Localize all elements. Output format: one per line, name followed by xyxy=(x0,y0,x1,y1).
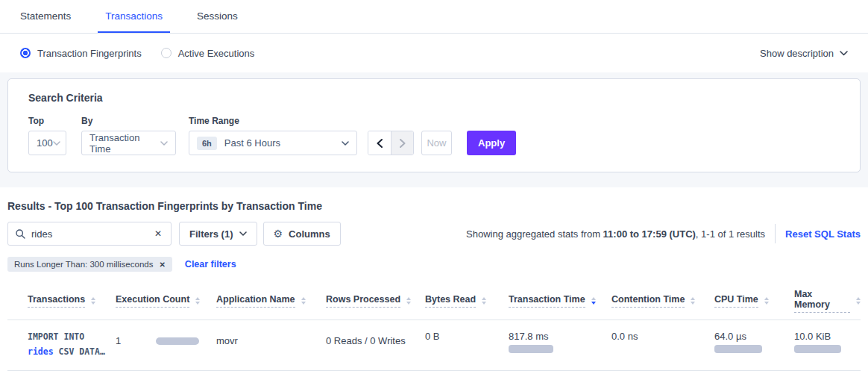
sort-icon[interactable] xyxy=(482,297,486,305)
tab-transactions[interactable]: Transactions xyxy=(98,0,170,33)
radio-unselected-icon[interactable] xyxy=(161,48,172,58)
sort-icon-active-desc[interactable] xyxy=(591,297,596,305)
results-heading: Results - Top 100 Transaction Fingerprin… xyxy=(7,200,861,212)
column-header-bytes-read[interactable]: Bytes Read xyxy=(425,294,509,308)
column-header-rows-processed[interactable]: Rows Processed xyxy=(326,294,425,308)
column-header-application-name[interactable]: Application Name xyxy=(216,294,326,308)
sort-icon[interactable] xyxy=(691,297,695,305)
sort-icon[interactable] xyxy=(406,297,411,305)
column-header-cpu-time[interactable]: CPU Time xyxy=(714,294,794,308)
radio-selected-icon[interactable] xyxy=(20,48,31,58)
radio-label: Transaction Fingerprints xyxy=(37,48,142,59)
next-time-range-button[interactable] xyxy=(391,131,413,155)
top-select-value: 100 xyxy=(37,137,53,149)
column-header-label: Bytes Read xyxy=(425,294,476,308)
results-toolbar: ✕ Filters (1) ⚙ Columns Showing aggregat… xyxy=(7,222,861,246)
now-button[interactable]: Now xyxy=(421,131,452,155)
clear-filters-link[interactable]: Clear filters xyxy=(185,259,236,269)
radio-label: Active Executions xyxy=(178,48,255,59)
execution-count-value: 1 xyxy=(116,335,121,346)
transactions-table: Transactions Execution Count Application… xyxy=(7,281,861,371)
column-header-label: Contention Time xyxy=(611,294,685,308)
sort-icon[interactable] xyxy=(856,297,861,305)
sort-icon[interactable] xyxy=(91,297,95,305)
reset-sql-stats-link[interactable]: Reset SQL Stats xyxy=(785,228,861,240)
cell-max-memory: 10.0 KiB xyxy=(794,329,861,370)
cell-transaction-time: 817.8 ms xyxy=(509,329,611,370)
search-input[interactable] xyxy=(31,228,153,240)
cell-application-name: movr xyxy=(216,329,326,370)
chevron-right-icon xyxy=(400,139,406,148)
search-criteria-panel: Search Criteria Top 100 By Transaction T… xyxy=(7,78,861,172)
chevron-down-icon xyxy=(342,141,349,146)
column-header-max-memory[interactable]: Max Memory xyxy=(794,289,861,313)
stats-suffix: , 1-1 of 1 results xyxy=(696,228,765,240)
cell-cpu-time: 64.0 µs xyxy=(714,329,794,370)
time-range-value: Past 6 Hours xyxy=(224,137,342,149)
stats-time-range: 11:00 to 17:59 (UTC) xyxy=(603,228,696,240)
filter-chip-label: Runs Longer Than: 300 milliseconds xyxy=(14,260,153,269)
column-header-contention-time[interactable]: Contention Time xyxy=(611,294,714,308)
cell-execution-count: 1 xyxy=(116,329,216,370)
page-tabs: Statements Transactions Sessions xyxy=(0,0,868,34)
chevron-down-icon xyxy=(53,141,60,146)
transaction-statement-rest: CSV DATA… xyxy=(54,346,105,357)
by-select-value: Transaction Time xyxy=(89,132,160,155)
chevron-down-icon xyxy=(840,51,848,56)
tab-sessions[interactable]: Sessions xyxy=(189,0,245,33)
toolbar-divider xyxy=(775,224,776,243)
cell-rows-processed: 0 Reads / 0 Writes xyxy=(326,329,425,370)
cell-contention-time: 0.0 ns xyxy=(611,329,714,370)
table-row[interactable]: IMPORT INTO rides CSV DATA… 1 movr 0 Rea… xyxy=(7,320,861,371)
transaction-time-value: 817.8 ms xyxy=(509,331,611,342)
column-header-label: Max Memory xyxy=(794,289,850,313)
tab-statements[interactable]: Statements xyxy=(13,0,78,33)
results-search-box[interactable]: ✕ xyxy=(7,222,172,246)
table-header-row: Transactions Execution Count Application… xyxy=(7,281,861,320)
apply-button[interactable]: Apply xyxy=(467,131,516,155)
sort-icon[interactable] xyxy=(301,297,306,305)
time-range-select[interactable]: 6h Past 6 Hours xyxy=(189,131,357,155)
filter-chip: Runs Longer Than: 300 milliseconds ✕ xyxy=(7,257,172,272)
by-label: By xyxy=(81,116,176,126)
view-toggle-row: Transaction Fingerprints Active Executio… xyxy=(0,34,868,72)
clear-search-icon[interactable]: ✕ xyxy=(153,228,163,239)
column-header-transactions[interactable]: Transactions xyxy=(28,294,116,308)
transaction-statement-line2: rides CSV DATA… xyxy=(28,344,116,359)
show-description-toggle[interactable]: Show description xyxy=(760,48,848,59)
filters-button-label: Filters (1) xyxy=(189,228,233,240)
transaction-statement-line1: IMPORT INTO xyxy=(28,329,116,344)
top-label: Top xyxy=(28,116,66,126)
search-icon xyxy=(16,229,25,239)
previous-time-range-button[interactable] xyxy=(368,131,391,155)
cell-bytes-read: 0 B xyxy=(425,329,509,370)
columns-button-label: Columns xyxy=(289,228,330,240)
columns-button[interactable]: ⚙ Columns xyxy=(263,222,341,246)
sort-icon[interactable] xyxy=(764,297,769,305)
column-header-label: Transactions xyxy=(28,294,85,308)
active-filters-row: Runs Longer Than: 300 milliseconds ✕ Cle… xyxy=(7,257,861,272)
filters-button[interactable]: Filters (1) xyxy=(179,222,257,246)
column-header-label: Execution Count xyxy=(116,294,189,308)
gear-icon: ⚙ xyxy=(274,228,283,239)
show-description-label: Show description xyxy=(760,48,834,59)
top-select[interactable]: 100 xyxy=(28,131,66,155)
sort-icon[interactable] xyxy=(195,297,200,305)
max-memory-bar xyxy=(794,345,841,353)
radio-transaction-fingerprints[interactable]: Transaction Fingerprints xyxy=(20,48,142,59)
column-header-label: Rows Processed xyxy=(326,294,400,308)
max-memory-value: 10.0 KiB xyxy=(794,331,861,342)
by-select[interactable]: Transaction Time xyxy=(81,131,176,155)
stats-prefix: Showing aggregated stats from xyxy=(466,228,603,240)
column-header-label: Transaction Time xyxy=(509,294,585,308)
transaction-time-bar xyxy=(509,345,553,353)
radio-active-executions[interactable]: Active Executions xyxy=(161,48,255,59)
column-header-transaction-time[interactable]: Transaction Time xyxy=(509,294,611,308)
search-match-highlight: rides xyxy=(28,346,54,357)
column-header-execution-count[interactable]: Execution Count xyxy=(116,294,216,308)
time-range-nav xyxy=(368,131,414,155)
chevron-down-icon xyxy=(239,231,247,236)
column-header-label: Application Name xyxy=(216,294,295,308)
remove-filter-icon[interactable]: ✕ xyxy=(159,261,165,269)
cell-transaction-fingerprint[interactable]: IMPORT INTO rides CSV DATA… xyxy=(28,329,116,370)
